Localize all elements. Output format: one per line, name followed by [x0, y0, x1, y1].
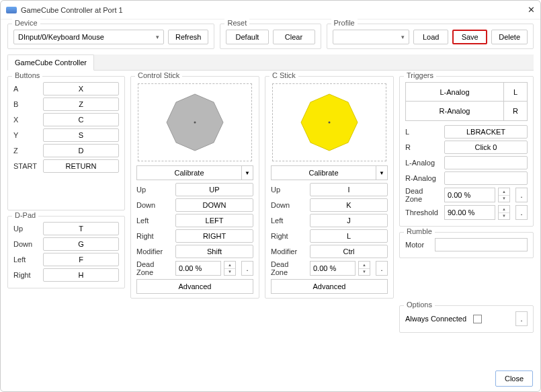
trigger-threshold-more-button[interactable]: . [515, 205, 528, 220]
bind-row: AX [13, 82, 119, 95]
bind-value[interactable]: K [310, 198, 388, 212]
bind-label: L-Analog [405, 159, 442, 167]
bind-row: UpT [13, 222, 119, 235]
close-icon[interactable]: ✕ [519, 5, 535, 15]
control-stick-deadzone-spinner[interactable]: ▲▼ [224, 261, 236, 276]
bind-label: Left [13, 256, 40, 264]
bind-value[interactable]: J [310, 214, 388, 227]
c-stick-group: C Stick Calibrate ▼ UpIDownKLeftJRightLM… [265, 76, 394, 299]
device-group-title: Device [12, 19, 40, 27]
chevron-down-icon: ▾ [156, 34, 159, 40]
control-stick-calibrate-dropdown[interactable]: ▼ [241, 165, 253, 180]
c-stick-preview [272, 83, 386, 161]
bind-value[interactable]: DOWN [175, 198, 253, 212]
c-stick-advanced-button[interactable]: Advanced [271, 279, 388, 294]
c-stick-calibrate-button[interactable]: Calibrate [271, 165, 376, 180]
trigger-deadzone-input[interactable]: 0.00 % [444, 188, 495, 202]
r-analog-header[interactable]: R-Analog [406, 102, 504, 120]
bind-label: Up [13, 225, 40, 233]
c-stick-deadzone-spinner[interactable]: ▲▼ [358, 261, 370, 276]
bind-value[interactable]: UP [175, 183, 253, 196]
bind-value[interactable]: Click 0 [444, 141, 528, 154]
c-stick-group-title: C Stick [269, 71, 298, 79]
trigger-deadzone-spinner[interactable]: ▲▼ [498, 188, 510, 202]
l-header[interactable]: L [504, 83, 527, 101]
titlebar: GameCube Controller at Port 1 ✕ [1, 1, 540, 19]
refresh-button[interactable]: Refresh [168, 30, 209, 44]
bind-value[interactable]: L [310, 229, 388, 243]
bind-value[interactable]: LEFT [175, 214, 253, 227]
control-stick-deadzone-input[interactable]: 0.00 % [175, 261, 221, 276]
bind-label: Right [271, 232, 307, 240]
bind-row: STARTRETURN [13, 159, 119, 173]
trigger-threshold-spinner[interactable]: ▲▼ [498, 205, 510, 220]
bind-value[interactable]: RIGHT [175, 229, 253, 243]
bind-value[interactable]: LBRACKET [444, 125, 528, 139]
bind-value[interactable]: Z [43, 97, 119, 111]
bind-label: Modifier [136, 247, 173, 256]
close-button[interactable]: Close [495, 370, 533, 387]
options-group: Options Always Connected . [399, 305, 534, 333]
bind-row: LeftF [13, 253, 119, 266]
bind-label: Down [271, 201, 307, 209]
bind-label: START [13, 162, 40, 170]
clear-button[interactable]: Clear [273, 30, 315, 44]
profile-group: Profile ▾ Load Save Delete [327, 24, 534, 49]
c-stick-deadzone-more-button[interactable]: . [376, 261, 388, 276]
motor-label: Motor [405, 241, 432, 249]
device-select[interactable]: DInput/0/Keyboard Mouse ▾ [13, 30, 164, 44]
bind-value[interactable]: T [43, 222, 119, 235]
control-stick-group: Control Stick Calibrate ▼ UpUPDownDOWNLe… [130, 76, 259, 299]
control-stick-deadzone-more-button[interactable]: . [241, 261, 253, 276]
device-select-value: DInput/0/Keyboard Mouse [18, 33, 104, 41]
always-connected-checkbox[interactable] [473, 315, 482, 323]
bind-row: ModifierCtrl [271, 245, 388, 258]
profile-select[interactable]: ▾ [333, 30, 410, 44]
control-stick-group-title: Control Stick [135, 71, 182, 79]
bind-value[interactable] [444, 171, 528, 185]
bind-label: X [13, 116, 40, 124]
trigger-threshold-input[interactable]: 90.00 % [444, 205, 495, 220]
bind-value[interactable]: RETURN [43, 159, 119, 173]
save-button[interactable]: Save [452, 30, 487, 44]
svg-point-3 [329, 122, 331, 124]
trigger-threshold-label: Threshold [405, 208, 442, 217]
bind-label: R-Analog [405, 174, 442, 182]
bind-value[interactable]: H [43, 268, 119, 282]
always-connected-label: Always Connected [405, 315, 466, 323]
options-more-button[interactable]: . [515, 311, 528, 326]
bind-value[interactable] [444, 156, 528, 169]
bind-row: LeftJ [271, 214, 388, 227]
options-group-title: Options [404, 301, 435, 309]
control-stick-advanced-button[interactable]: Advanced [136, 279, 253, 294]
bind-label: Right [136, 232, 173, 240]
delete-button[interactable]: Delete [491, 30, 528, 44]
bind-value[interactable]: Shift [175, 245, 253, 258]
control-stick-calibrate-button[interactable]: Calibrate [136, 165, 241, 180]
bind-row: LeftLEFT [136, 214, 253, 227]
bind-label: R [405, 143, 442, 151]
bind-row: RClick 0 [405, 141, 528, 154]
bind-label: Y [13, 131, 40, 139]
r-header[interactable]: R [504, 102, 527, 120]
c-stick-calibrate-dropdown[interactable]: ▼ [376, 165, 388, 180]
c-stick-deadzone-input[interactable]: 0.00 % [310, 261, 356, 276]
load-button[interactable]: Load [413, 30, 448, 44]
bind-value[interactable]: F [43, 253, 119, 266]
buttons-group: Buttons AXBZXCYSZDSTARTRETURN [7, 76, 125, 210]
tab-gamecube-controller[interactable]: GameCube Controller [7, 54, 94, 71]
bind-value[interactable]: D [43, 144, 119, 157]
trigger-deadzone-more-button[interactable]: . [515, 188, 528, 202]
bind-value[interactable]: I [310, 183, 388, 196]
bind-value[interactable]: X [43, 82, 119, 95]
buttons-group-title: Buttons [12, 71, 42, 79]
bind-label: L [405, 128, 442, 136]
bind-value[interactable]: S [43, 128, 119, 142]
l-analog-header[interactable]: L-Analog [406, 83, 504, 101]
bind-value[interactable]: G [43, 237, 119, 251]
bind-value[interactable]: Ctrl [310, 245, 388, 258]
motor-input[interactable] [435, 238, 528, 251]
octagon-icon [164, 91, 226, 153]
default-button[interactable]: Default [226, 30, 268, 44]
bind-value[interactable]: C [43, 113, 119, 126]
